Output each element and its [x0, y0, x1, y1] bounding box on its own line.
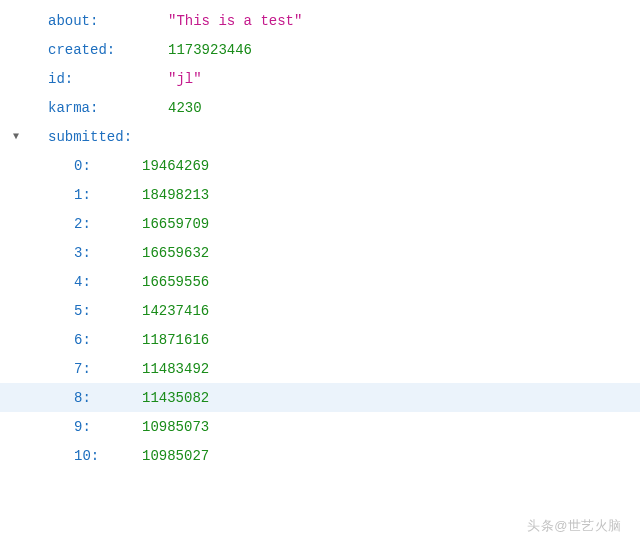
array-value: 19464269: [142, 158, 209, 174]
array-value: 10985073: [142, 419, 209, 435]
array-index: 1:: [24, 187, 142, 203]
array-index: 9:: [24, 419, 142, 435]
array-index: 8:: [24, 390, 142, 406]
array-item-row[interactable]: 5: 14237416: [0, 296, 640, 325]
property-key: about:: [24, 13, 168, 29]
array-value: 14237416: [142, 303, 209, 319]
property-value: 1173923446: [168, 42, 252, 58]
array-value: 16659556: [142, 274, 209, 290]
property-key: created:: [24, 42, 168, 58]
collapse-toggle-icon[interactable]: ▼: [8, 131, 24, 142]
array-value: 16659709: [142, 216, 209, 232]
property-value: "jl": [168, 71, 202, 87]
array-item-row[interactable]: 3: 16659632: [0, 238, 640, 267]
property-row-submitted[interactable]: ▼ submitted:: [0, 122, 640, 151]
array-value: 11435082: [142, 390, 209, 406]
array-item-row[interactable]: 9: 10985073: [0, 412, 640, 441]
property-key: id:: [24, 71, 168, 87]
array-item-row[interactable]: 8: 11435082: [0, 383, 640, 412]
property-row-karma[interactable]: karma: 4230: [0, 93, 640, 122]
array-item-row[interactable]: 6: 11871616: [0, 325, 640, 354]
array-value: 11483492: [142, 361, 209, 377]
property-row-about[interactable]: about: "This is a test": [0, 6, 640, 35]
array-item-row[interactable]: 0: 19464269: [0, 151, 640, 180]
watermark-text: 头条@世艺火脑: [527, 517, 622, 535]
array-item-row[interactable]: 4: 16659556: [0, 267, 640, 296]
array-index: 0:: [24, 158, 142, 174]
array-index: 7:: [24, 361, 142, 377]
json-tree-viewer: about: "This is a test" created: 1173923…: [0, 0, 640, 470]
array-index: 10:: [24, 448, 142, 464]
array-value: 16659632: [142, 245, 209, 261]
array-item-row[interactable]: 2: 16659709: [0, 209, 640, 238]
property-key: submitted:: [24, 129, 132, 145]
array-index: 4:: [24, 274, 142, 290]
property-key: karma:: [24, 100, 168, 116]
array-item-row[interactable]: 1: 18498213: [0, 180, 640, 209]
property-row-id[interactable]: id: "jl": [0, 64, 640, 93]
array-index: 6:: [24, 332, 142, 348]
array-value: 18498213: [142, 187, 209, 203]
array-index: 5:: [24, 303, 142, 319]
array-value: 11871616: [142, 332, 209, 348]
property-value: 4230: [168, 100, 202, 116]
property-row-created[interactable]: created: 1173923446: [0, 35, 640, 64]
array-item-row[interactable]: 10: 10985027: [0, 441, 640, 470]
array-index: 3:: [24, 245, 142, 261]
array-index: 2:: [24, 216, 142, 232]
property-value: "This is a test": [168, 13, 302, 29]
array-item-row[interactable]: 7: 11483492: [0, 354, 640, 383]
array-value: 10985027: [142, 448, 209, 464]
